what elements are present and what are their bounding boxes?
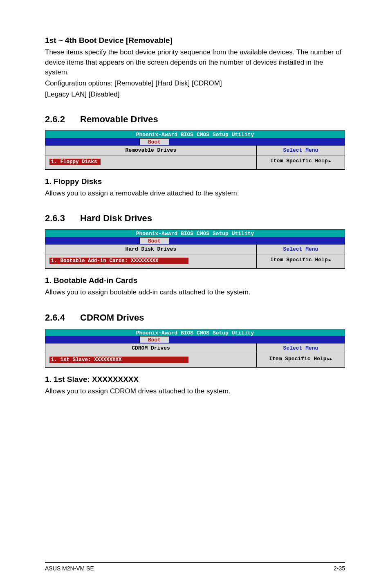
- bios-help-panel: Item Specific Help▶: [257, 155, 345, 169]
- triangle-right-icon: ▶▶: [327, 357, 332, 361]
- bios-tab-boot: Boot: [139, 336, 169, 343]
- bios-item-list: 1. 1st Slave: XXXXXXXXX: [45, 353, 257, 367]
- footer-page-number: 2-35: [334, 565, 345, 572]
- bios-content-row: 1. Bootable Add-in Cards: XXXXXXXXX Item…: [45, 254, 345, 268]
- bios-header-row: Removable Drives Select Menu: [45, 145, 345, 155]
- bios-help-panel: Item Specific Help▶: [257, 254, 345, 268]
- bios-tab-boot: Boot: [139, 237, 169, 244]
- bios-select-menu-label: Select Menu: [257, 245, 345, 254]
- bios-content-row: 1. Floppy Disks Item Specific Help▶: [45, 155, 345, 169]
- bios-help-text: Item Specific Help: [270, 257, 327, 263]
- bios-screenshot-harddisk: Phoenix-Award BIOS CMOS Setup Utility Bo…: [45, 229, 345, 269]
- heading-bootable-addin: 1. Bootable Add-in Cards: [45, 276, 345, 285]
- bios-select-menu-label: Select Menu: [257, 343, 345, 353]
- bios-item-list: 1. Floppy Disks: [45, 155, 257, 169]
- section-263-number: 2.6.3: [45, 213, 68, 224]
- heading-floppy-disks: 1. Floppy Disks: [45, 177, 345, 186]
- bios-tab-boot: Boot: [139, 138, 169, 145]
- bios-header-row: Hard Disk Drives Select Menu: [45, 244, 345, 254]
- paragraph-boot-desc: These items specify the boot device prio…: [45, 47, 345, 78]
- bios-selected-item-slave: 1. 1st Slave: XXXXXXXXX: [49, 357, 188, 363]
- bios-screenshot-removable: Phoenix-Award BIOS CMOS Setup Utility Bo…: [45, 130, 345, 170]
- bios-panel-title: CDROM Drives: [45, 343, 257, 353]
- section-264-number: 2.6.4: [45, 312, 68, 323]
- paragraph-config-options-2: [Legacy LAN] [Disabled]: [45, 90, 345, 100]
- footer-product: ASUS M2N-VM SE: [45, 565, 94, 572]
- triangle-right-icon: ▶: [329, 159, 331, 164]
- bios-tab-row: Boot: [45, 237, 345, 244]
- bios-content-row: 1. 1st Slave: XXXXXXXXX Item Specific He…: [45, 353, 345, 367]
- heading-1st-slave: 1. 1st Slave: XXXXXXXXX: [45, 375, 345, 384]
- bios-tab-row: Boot: [45, 138, 345, 145]
- bios-selected-item-floppy: 1. Floppy Disks: [49, 159, 101, 165]
- bios-title-bar: Phoenix-Award BIOS CMOS Setup Utility: [45, 131, 345, 138]
- paragraph-addin-desc: Allows you to assign bootable add-in car…: [45, 287, 345, 298]
- section-264-title: 2.6.4 CDROM Drives: [45, 312, 345, 323]
- bios-help-panel: Item Specific Help▶▶: [257, 353, 345, 367]
- bios-selected-item-addin: 1. Bootable Add-in Cards: XXXXXXXXX: [49, 258, 188, 264]
- section-262-title: 2.6.2 Removable Drives: [45, 114, 345, 125]
- bios-title-bar: Phoenix-Award BIOS CMOS Setup Utility: [45, 230, 345, 237]
- bios-header-row: CDROM Drives Select Menu: [45, 343, 345, 353]
- section-264-name: CDROM Drives: [80, 312, 144, 323]
- bios-title-bar: Phoenix-Award BIOS CMOS Setup Utility: [45, 329, 345, 337]
- bios-help-text: Item Specific Help: [269, 356, 326, 362]
- bios-help-text: Item Specific Help: [270, 158, 327, 164]
- triangle-right-icon: ▶: [329, 258, 331, 263]
- bios-select-menu-label: Select Menu: [257, 146, 345, 155]
- paragraph-floppy-desc: Allows you to assign a removable drive a…: [45, 189, 345, 199]
- section-262-number: 2.6.2: [45, 114, 68, 125]
- bios-item-list: 1. Bootable Add-in Cards: XXXXXXXXX: [45, 254, 257, 268]
- bios-panel-title: Hard Disk Drives: [45, 245, 257, 254]
- page-footer: ASUS M2N-VM SE 2-35: [45, 562, 345, 572]
- section-263-name: Hard Disk Drives: [80, 213, 152, 224]
- bios-screenshot-cdrom: Phoenix-Award BIOS CMOS Setup Utility Bo…: [45, 329, 345, 368]
- paragraph-config-options: Configuration options: [Removable] [Hard…: [45, 79, 345, 89]
- section-263-title: 2.6.3 Hard Disk Drives: [45, 213, 345, 224]
- heading-boot-device: 1st ~ 4th Boot Device [Removable]: [45, 36, 345, 45]
- bios-tab-row: Boot: [45, 336, 345, 343]
- section-262-name: Removable Drives: [80, 114, 158, 125]
- bios-panel-title: Removable Drives: [45, 146, 257, 155]
- paragraph-cdrom-desc: Allows you to assign CDROM drives attach…: [45, 386, 345, 397]
